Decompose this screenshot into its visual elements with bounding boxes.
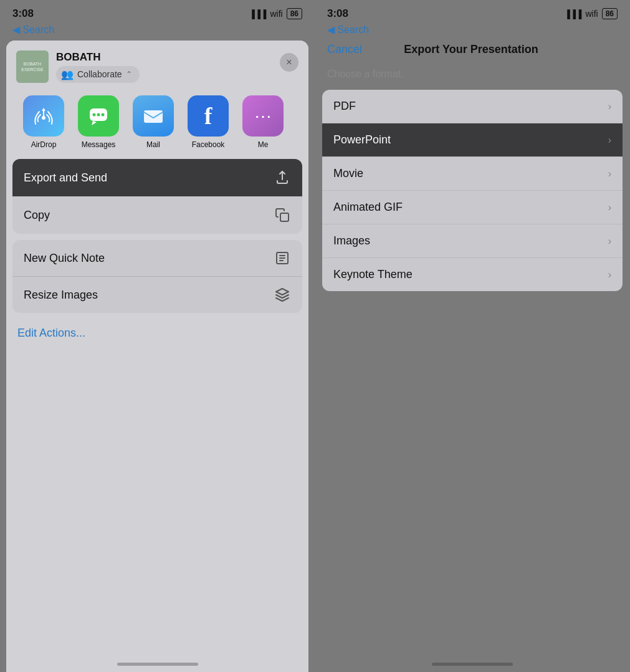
edit-actions-button[interactable]: Edit Actions...	[6, 319, 308, 352]
format-item-images[interactable]: Images ›	[322, 224, 623, 257]
format-hint: Choose a format.	[315, 64, 630, 90]
airdrop-icon	[23, 95, 64, 137]
secondary-list: New Quick Note Resize Images	[12, 240, 302, 313]
home-indicator-right	[432, 663, 513, 666]
share-icon	[274, 169, 291, 186]
layers-icon	[274, 286, 291, 304]
status-icons-right: ▐▐▐ wifi 86	[565, 8, 618, 19]
more-icon-bg: ⋯	[242, 95, 284, 137]
doc-details: BOBATH 👥 Collaborate ⌃	[56, 51, 140, 83]
format-label-pdf: PDF	[333, 100, 356, 113]
copy-item[interactable]: Copy	[12, 196, 302, 234]
mail-label: Mail	[146, 140, 160, 149]
back-nav-right[interactable]: ◀ Search	[315, 22, 630, 41]
chevron-gif: ›	[608, 202, 611, 213]
new-quick-note-item[interactable]: New Quick Note	[12, 240, 302, 276]
messages-label: Messages	[82, 140, 116, 149]
note-icon	[274, 249, 291, 267]
airdrop-label: AirDrop	[31, 140, 57, 149]
collaborate-row[interactable]: 👥 Collaborate ⌃	[56, 66, 140, 83]
copy-icon	[274, 206, 291, 224]
svg-rect-10	[280, 213, 289, 221]
time-right: 3:08	[327, 7, 348, 20]
wifi-icon-left: wifi	[270, 9, 282, 19]
copy-label: Copy	[24, 209, 50, 222]
format-item-gif[interactable]: Animated GIF ›	[322, 190, 623, 224]
app-item-more[interactable]: ⋯ Me	[236, 95, 290, 149]
right-panel: 3:08 ▐▐▐ wifi 86 ◀ Search Cancel Export …	[315, 0, 630, 672]
left-panel: 3:08 ▐▐▐ wifi 86 ◀ Search BOBATH EXERCIS…	[0, 0, 315, 672]
format-item-movie[interactable]: Movie ›	[322, 156, 623, 190]
people-icon: 👥	[61, 69, 74, 80]
doc-thumbnail: BOBATH EXERCISE	[16, 50, 49, 83]
status-bar-right: 3:08 ▐▐▐ wifi 86	[315, 0, 630, 22]
app-item-mail[interactable]: Mail	[126, 95, 181, 149]
svg-marker-4	[92, 121, 97, 125]
chevron-movie: ›	[608, 168, 611, 180]
format-item-powerpoint[interactable]: PowerPoint ›	[322, 123, 623, 156]
status-bar-left: 3:08 ▐▐▐ wifi 86	[0, 0, 315, 22]
quick-note-label: New Quick Note	[24, 252, 105, 265]
wifi-icon-right: wifi	[585, 9, 598, 19]
facebook-icon-bg: f	[188, 95, 229, 137]
battery-left: 86	[287, 8, 302, 19]
chevron-pdf: ›	[608, 101, 611, 112]
format-label-powerpoint: PowerPoint	[333, 133, 391, 146]
chevron-keynote: ›	[608, 269, 611, 281]
messages-icon-bg	[78, 95, 119, 137]
format-item-pdf[interactable]: PDF ›	[322, 90, 623, 123]
doc-thumbnail-text: BOBATH EXERCISE	[16, 59, 49, 75]
apps-row: AirDrop Messages	[6, 89, 308, 159]
chevron-icon: ⌃	[126, 70, 132, 79]
svg-point-6	[97, 113, 100, 117]
doc-info: BOBATH EXERCISE BOBATH 👥 Collaborate ⌃	[16, 50, 140, 83]
format-label-images: Images	[333, 234, 370, 247]
facebook-f-icon: f	[204, 95, 212, 137]
share-header: BOBATH EXERCISE BOBATH 👥 Collaborate ⌃ ×	[6, 41, 308, 89]
app-item-messages[interactable]: Messages	[71, 95, 126, 149]
chevron-images: ›	[608, 236, 611, 247]
format-label-keynote: Keynote Theme	[333, 268, 413, 281]
format-label-movie: Movie	[333, 167, 363, 180]
facebook-label: Facebook	[192, 140, 225, 149]
signal-icon-left: ▐▐▐	[249, 9, 267, 19]
more-icon: ⋯	[254, 106, 272, 127]
more-label: Me	[258, 140, 269, 149]
svg-marker-12	[276, 289, 289, 295]
svg-point-5	[93, 113, 96, 117]
resize-label: Resize Images	[24, 289, 98, 302]
export-nav: Cancel Export Your Presentation	[315, 41, 630, 64]
svg-point-7	[102, 113, 105, 117]
app-item-facebook[interactable]: f Facebook	[181, 95, 236, 149]
export-send-label: Export and Send	[24, 171, 107, 185]
battery-right: 86	[602, 8, 618, 19]
action-list: Export and Send Copy	[12, 159, 302, 234]
home-indicator-left	[117, 663, 198, 666]
export-send-item[interactable]: Export and Send	[12, 159, 302, 196]
status-icons-left: ▐▐▐ wifi 86	[249, 8, 302, 19]
share-sheet: BOBATH EXERCISE BOBATH 👥 Collaborate ⌃ ×	[6, 41, 308, 672]
chevron-powerpoint: ›	[608, 135, 611, 146]
resize-images-item[interactable]: Resize Images	[12, 276, 302, 313]
mail-icon-bg	[133, 95, 174, 137]
collaborate-label: Collaborate	[77, 69, 122, 79]
signal-icon-right: ▐▐▐	[565, 9, 582, 19]
time-left: 3:08	[12, 7, 34, 20]
back-nav-left[interactable]: ◀ Search	[0, 22, 315, 41]
svg-rect-8	[144, 110, 163, 123]
format-label-gif: Animated GIF	[333, 201, 403, 214]
doc-name: BOBATH	[56, 51, 140, 64]
close-button[interactable]: ×	[280, 53, 298, 72]
svg-marker-2	[42, 108, 45, 111]
app-item-airdrop[interactable]: AirDrop	[16, 95, 71, 149]
export-title: Export Your Presentation	[404, 43, 538, 56]
format-list: PDF › PowerPoint › Movie › Animated GIF …	[322, 90, 623, 291]
format-item-keynote[interactable]: Keynote Theme ›	[322, 257, 623, 291]
cancel-button[interactable]: Cancel	[327, 43, 362, 56]
